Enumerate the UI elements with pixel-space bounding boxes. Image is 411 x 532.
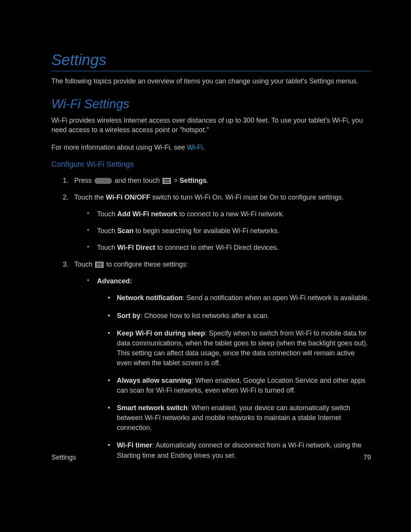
- svg-rect-2: [164, 181, 170, 181]
- step-1-gt: >: [172, 177, 180, 184]
- wifi-para-2-pre: For more information about using Wi-Fi, …: [51, 144, 187, 151]
- step-2b-bold: Scan: [117, 227, 134, 235]
- page-title: Settings: [51, 51, 371, 69]
- footer-page-number: 79: [363, 454, 371, 462]
- step-2-post: switch to turn Wi-Fi On. Wi-Fi must be O…: [150, 193, 344, 201]
- advanced-item: Advanced: Network notification: Send a n…: [87, 276, 371, 460]
- adv-b-post: : Choose how to list networks after a sc…: [140, 312, 269, 320]
- step-2-pre: Touch the: [74, 193, 106, 201]
- footer-section: Settings: [51, 454, 76, 462]
- step-1-post: .: [207, 177, 209, 184]
- menu-icon: [95, 262, 104, 268]
- adv-b-bold: Sort by: [117, 312, 140, 320]
- page-footer: Settings 79: [51, 454, 371, 462]
- svg-rect-3: [164, 182, 170, 183]
- step-2c-post: to connect to other Wi-Fi Direct devices…: [155, 244, 279, 251]
- wifi-para-1: Wi-Fi provides wireless Internet access …: [51, 116, 371, 135]
- wifi-link[interactable]: Wi-Fi: [187, 144, 203, 151]
- page-content: Settings The following topics provide an…: [0, 0, 411, 460]
- home-key-icon: [94, 178, 112, 184]
- step-3: Touch to configure these settings: Advan…: [63, 259, 371, 460]
- step-2b-pre: Touch: [97, 227, 117, 235]
- step-2b-post: to begin searching for available Wi-Fi n…: [134, 227, 279, 235]
- adv-sort-by: Sort by: Choose how to list networks aft…: [108, 311, 371, 321]
- adv-c-bold: Keep Wi-Fi on during sleep: [117, 329, 205, 337]
- step-2c: Touch Wi-Fi Direct to connect to other W…: [87, 243, 371, 252]
- svg-rect-6: [96, 264, 102, 265]
- svg-rect-7: [96, 266, 102, 267]
- intro-paragraph: The following topics provide an overview…: [51, 77, 371, 86]
- step-1: Press and then touch > Settings.: [63, 176, 371, 185]
- adv-d-bold: Always allow scanning: [117, 377, 191, 384]
- svg-rect-5: [96, 263, 102, 264]
- step-2: Touch the Wi-Fi ON/OFF switch to turn Wi…: [63, 192, 371, 252]
- adv-a-post: : Send a notification when an open Wi-Fi…: [183, 294, 369, 302]
- step-1-mid: and then touch: [113, 177, 162, 184]
- steps-list: Press and then touch > Settings. Touch t…: [51, 176, 371, 460]
- advanced-list: Network notification: Send a notificatio…: [97, 293, 371, 460]
- adv-f-bold: Wi-Fi timer: [117, 441, 152, 449]
- step-3-pre: Touch: [74, 260, 94, 268]
- step-1-settings: Settings: [180, 177, 207, 184]
- menu-icon: [162, 178, 171, 184]
- step-2a-pre: Touch: [97, 210, 117, 218]
- advanced-label: Advanced:: [97, 277, 132, 285]
- step-2-bold: Wi-Fi ON/OFF: [106, 193, 150, 201]
- title-rule: [51, 71, 371, 71]
- step-1-pre: Press: [74, 177, 94, 184]
- step-2c-bold: Wi-Fi Direct: [117, 244, 155, 251]
- adv-network-notification: Network notification: Send a notificatio…: [108, 293, 371, 303]
- configure-wifi-heading: Configure Wi-Fi Settings: [51, 160, 371, 169]
- adv-smart-network-switch: Smart network switch: When enabled, your…: [108, 403, 371, 433]
- step-2-sublist: Touch Add Wi-Fi network to connect to a …: [74, 209, 371, 252]
- adv-a-bold: Network notification: [117, 294, 183, 302]
- wifi-para-2: For more information about using Wi-Fi, …: [51, 143, 371, 152]
- step-3-sublist: Advanced: Network notification: Send a n…: [74, 276, 371, 460]
- adv-allow-scanning: Always allow scanning: When enabled, Goo…: [108, 375, 371, 395]
- step-2a-bold: Add Wi-Fi network: [117, 210, 177, 218]
- step-2b: Touch Scan to begin searching for availa…: [87, 226, 371, 236]
- step-2a: Touch Add Wi-Fi network to connect to a …: [87, 209, 371, 219]
- step-2a-post: to connect to a new Wi-Fi network.: [177, 210, 284, 218]
- wifi-settings-heading: Wi-Fi Settings: [51, 97, 371, 111]
- svg-rect-1: [164, 179, 170, 180]
- wifi-para-2-post: .: [203, 144, 205, 151]
- step-3-post: to configure these settings:: [104, 260, 188, 268]
- adv-keep-wifi-sleep: Keep Wi-Fi on during sleep: Specify when…: [108, 328, 371, 368]
- adv-e-bold: Smart network switch: [117, 404, 188, 412]
- step-2c-pre: Touch: [97, 244, 117, 251]
